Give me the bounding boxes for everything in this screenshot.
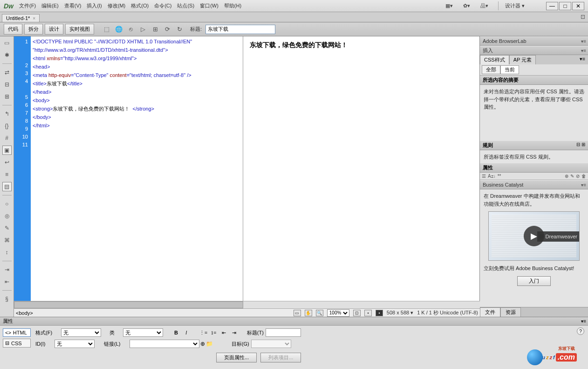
play-icon[interactable]: ▶ <box>524 226 544 246</box>
category-view-icon[interactable]: ☰ <box>482 174 486 179</box>
layout-icon[interactable]: ▦▾ <box>445 2 453 10</box>
ap-elements-tab[interactable]: AP 元素 <box>509 55 536 64</box>
title-field[interactable] <box>266 328 301 337</box>
outdent-icon[interactable]: ⇤ <box>219 329 228 336</box>
target-select[interactable] <box>251 340 291 348</box>
menu-modify[interactable]: 修改(M) <box>108 2 126 9</box>
line-numbers-icon[interactable]: # <box>2 133 12 143</box>
panel-business-catalyst[interactable]: Business Catalyst▾≡ <box>480 180 588 189</box>
design-preview[interactable]: 东坡下载，绿色免费的下载网站！ <box>243 36 479 301</box>
validate-icon[interactable]: ⟳ <box>162 24 172 35</box>
menu-commands[interactable]: 命令(C) <box>154 2 171 9</box>
assets-tab[interactable]: 资源 <box>500 307 521 317</box>
menu-file[interactable]: 文件(F) <box>19 2 36 9</box>
title-input[interactable] <box>205 25 275 34</box>
panel-browserlab[interactable]: Adobe BrowserLab▾≡ <box>480 36 588 46</box>
auto-indent-icon[interactable]: ▤ <box>2 182 12 191</box>
designer-dropdown[interactable]: 设计器 ▾ <box>498 1 531 10</box>
menu-insert[interactable]: 插入(I) <box>87 2 102 9</box>
refresh-icon[interactable]: ↻ <box>174 24 185 35</box>
word-wrap-icon[interactable]: ↩ <box>2 158 12 167</box>
outdent-icon[interactable]: ⇤ <box>2 277 12 286</box>
browser-preview-icon[interactable]: 🌐 <box>114 24 124 35</box>
code-scroll[interactable] <box>14 301 480 308</box>
class-select[interactable]: 无 <box>123 328 163 337</box>
panel-collapse-icon[interactable]: ▾≡ <box>581 39 586 44</box>
maximize-button[interactable]: □ <box>559 2 571 10</box>
document-tab[interactable]: Untitled-1* × <box>2 14 40 22</box>
inspect-icon[interactable]: ⬚ <box>102 24 112 35</box>
collapse-selection-icon[interactable]: ⊟ <box>2 80 12 89</box>
bc-video-thumb[interactable]: ▶ Dreamweaver <box>488 211 580 261</box>
highlight-invalid-icon[interactable]: ▣ <box>2 146 12 155</box>
device-icon-1[interactable]: ▪ <box>364 310 372 316</box>
menu-site[interactable]: 站点(S) <box>177 2 194 9</box>
recent-snippets-icon[interactable]: ⌘ <box>2 236 12 245</box>
css-current-button[interactable]: 当前 <box>500 65 519 74</box>
format-code-icon[interactable]: § <box>2 294 12 304</box>
attach-stylesheet-icon[interactable]: ⊕ <box>565 174 568 179</box>
props-html-mode[interactable]: <>HTML <box>3 328 31 337</box>
id-select[interactable]: 无 <box>55 340 95 348</box>
restore-doc-icon[interactable]: ⊡ <box>581 14 585 20</box>
browse-file-icon[interactable]: 📁 <box>206 341 213 347</box>
collapse-full-tag-icon[interactable]: ⇄ <box>2 68 12 77</box>
select-tool-icon[interactable]: ▭ <box>294 310 301 316</box>
hand-tool-icon[interactable]: ✋ <box>305 310 312 316</box>
device-icon-2[interactable]: ▪ <box>376 310 383 316</box>
remove-comment-icon[interactable]: ◎ <box>2 211 12 221</box>
visual-aids-icon[interactable]: ⊞ <box>150 24 160 35</box>
syntax-coloring-icon[interactable]: ≡ <box>2 170 12 179</box>
css-styles-tab[interactable]: CSS样式 <box>480 55 509 64</box>
close-button[interactable]: ✕ <box>572 2 584 10</box>
view-split-button[interactable]: 拆分 <box>24 24 43 35</box>
ol-icon[interactable]: 1≡ <box>209 329 218 336</box>
bc-get-started-button[interactable]: 入门 <box>517 276 551 286</box>
menu-window[interactable]: 窗口(W) <box>200 2 219 9</box>
page-properties-button[interactable]: 页面属性... <box>216 353 257 362</box>
edit-rule-icon[interactable]: ⊘ <box>576 174 580 179</box>
apply-comment-icon[interactable]: ○ <box>2 199 12 209</box>
move-css-icon[interactable]: ↕ <box>2 248 12 257</box>
menu-format[interactable]: 格式(O) <box>131 2 149 9</box>
show-code-nav-icon[interactable]: ✱ <box>2 50 12 60</box>
add-property-icon[interactable]: ** <box>498 174 501 179</box>
menu-help[interactable]: 帮助(H) <box>224 2 241 9</box>
list-item-button[interactable]: 列表项目... <box>260 353 301 362</box>
delete-rule-icon[interactable]: 🗑 <box>581 174 586 179</box>
bold-icon[interactable]: B <box>172 329 180 336</box>
code-editor[interactable]: 1 2 3 4 5 6 7 8 9 10 11 <!DOCTYPE html P… <box>14 36 243 301</box>
link-select[interactable] <box>130 340 199 348</box>
minimize-button[interactable]: — <box>546 2 558 10</box>
indent-icon[interactable]: ⇥ <box>230 329 238 336</box>
zoom-select[interactable]: 100% <box>327 309 349 317</box>
italic-icon[interactable]: I <box>182 329 191 336</box>
wrap-tag-icon[interactable]: ✎ <box>2 223 12 233</box>
panel-collapse-icon[interactable]: ▾≡ <box>581 319 586 324</box>
extend-icon[interactable]: ✿▾ <box>463 2 471 10</box>
format-select[interactable]: 无 <box>61 328 101 337</box>
panel-insert[interactable]: 插入▾≡ <box>480 46 588 55</box>
preview-debug-icon[interactable]: ▷ <box>138 24 148 35</box>
tab-close-icon[interactable]: × <box>33 16 35 21</box>
new-rule-icon[interactable]: ✎ <box>570 174 574 179</box>
properties-header[interactable]: 属性▾≡ <box>0 317 588 326</box>
code-content[interactable]: <!DOCTYPE html PUBLIC "-//W3C//DTD XHTML… <box>31 36 243 301</box>
view-code-button[interactable]: 代码 <box>4 24 22 35</box>
panel-collapse-icon[interactable]: ▾≡ <box>577 55 588 64</box>
menu-edit[interactable]: 编辑(E) <box>41 2 59 9</box>
open-documents-icon[interactable]: ▭ <box>2 38 12 48</box>
indent-icon[interactable]: ⇥ <box>2 265 12 274</box>
files-tab[interactable]: 文件 <box>480 307 500 317</box>
expand-all-icon[interactable]: ⊞ <box>2 92 12 101</box>
balance-braces-icon[interactable]: {} <box>2 121 12 131</box>
select-parent-tag-icon[interactable]: ↰ <box>2 109 12 118</box>
tag-crumb-body[interactable]: <body> <box>16 310 33 316</box>
css-all-button[interactable]: 全部 <box>482 65 500 74</box>
site-icon[interactable]: 品▾ <box>480 2 489 10</box>
zoom-tool-icon[interactable]: 🔍 <box>316 310 323 316</box>
dimensions-readout[interactable]: 508 x 588 ▾ <box>387 310 413 316</box>
view-design-button[interactable]: 设计 <box>45 24 63 35</box>
ul-icon[interactable]: ⋮≡ <box>199 329 207 336</box>
panel-collapse-icon[interactable]: ▾≡ <box>581 182 586 188</box>
